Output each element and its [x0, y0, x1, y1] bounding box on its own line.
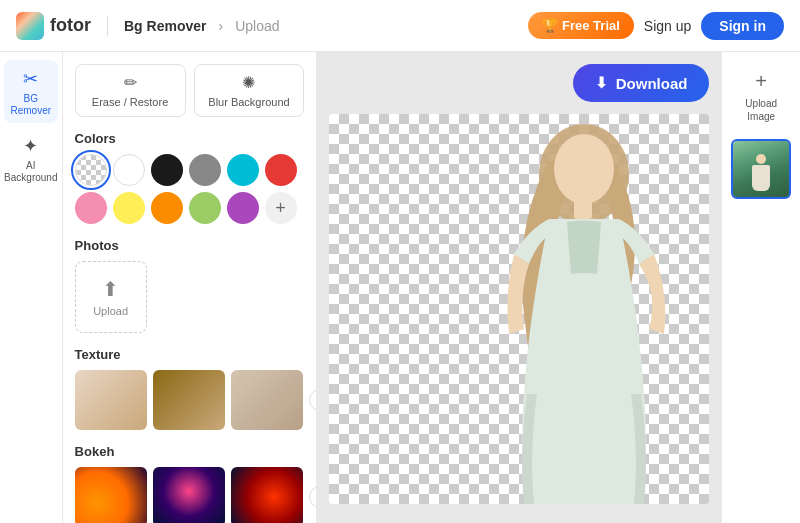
brush-icon: ✏ — [124, 73, 137, 92]
right-sidebar: + Upload Image — [721, 52, 800, 523]
erase-restore-label: Erase / Restore — [92, 96, 168, 108]
woman-figure-svg — [329, 114, 709, 504]
breadcrumb-sep: › — [218, 18, 223, 34]
fotor-logo-text: fotor — [50, 15, 91, 36]
color-cyan[interactable] — [227, 154, 259, 186]
plus-icon: + — [755, 70, 767, 93]
svg-rect-2 — [574, 199, 592, 219]
color-plus[interactable]: + — [265, 192, 297, 224]
blur-background-tool[interactable]: ✺ Blur Background — [194, 64, 305, 117]
bokeh-thumbnail-2[interactable] — [153, 467, 225, 523]
sidebar-item-ai-background[interactable]: ✦ AIBackground — [4, 127, 58, 190]
color-white[interactable] — [113, 154, 145, 186]
signup-button[interactable]: Sign up — [644, 18, 691, 34]
colors-grid: + — [75, 154, 305, 224]
color-red[interactable] — [265, 154, 297, 186]
thumb-woman-figure — [752, 154, 770, 192]
erase-restore-tool[interactable]: ✏ Erase / Restore — [75, 64, 186, 117]
download-icon: ⬇ — [595, 74, 608, 92]
tools-sidebar: ✂ BGRemover ✦ AIBackground — [0, 52, 63, 523]
bokeh-thumbnail-1[interactable] — [75, 467, 147, 523]
texture-thumbnail-1[interactable] — [75, 370, 147, 430]
header-divider — [107, 16, 108, 36]
upload-icon: ⬆ — [102, 277, 119, 301]
scissors-icon: ✂ — [23, 68, 38, 90]
download-label: Download — [616, 75, 688, 92]
sub-tools: ✏ Erase / Restore ✺ Blur Background — [75, 64, 305, 117]
photos-upload-box[interactable]: ⬆ Upload — [75, 261, 147, 333]
free-trial-button[interactable]: 🏆 Free Trial — [528, 12, 633, 39]
header-right: 🏆 Free Trial Sign up Sign in — [528, 12, 784, 40]
texture-chevron-next[interactable]: › — [309, 389, 318, 411]
bg-remover-label: BGRemover — [11, 93, 52, 117]
fotor-logo[interactable]: fotor — [16, 12, 91, 40]
upload-image-label: Upload Image — [736, 97, 786, 123]
color-black[interactable] — [151, 154, 183, 186]
signin-button[interactable]: Sign in — [701, 12, 784, 40]
colors-title: Colors — [75, 131, 305, 146]
fotor-logo-icon — [16, 12, 44, 40]
ai-background-icon: ✦ — [23, 135, 38, 157]
thumb-dress — [752, 165, 770, 191]
panel: ✏ Erase / Restore ✺ Blur Background Colo… — [63, 52, 318, 523]
header: fotor Bg Remover › Upload 🏆 Free Trial S… — [0, 0, 800, 52]
color-purple[interactable] — [227, 192, 259, 224]
blur-icon: ✺ — [242, 73, 255, 92]
ai-background-label: AIBackground — [4, 160, 57, 184]
upload-label: Upload — [93, 305, 128, 317]
bokeh-row: › — [75, 467, 305, 523]
color-yellow[interactable] — [113, 192, 145, 224]
breadcrumb-title: Bg Remover — [124, 18, 206, 34]
texture-title: Texture — [75, 347, 305, 362]
color-pink[interactable] — [75, 192, 107, 224]
image-thumbnail[interactable] — [731, 139, 791, 199]
download-button[interactable]: ⬇ Download — [573, 64, 710, 102]
texture-thumbnail-3[interactable] — [231, 370, 303, 430]
color-green[interactable] — [189, 192, 221, 224]
photos-title: Photos — [75, 238, 305, 253]
svg-point-1 — [554, 134, 614, 204]
bokeh-title: Bokeh — [75, 444, 305, 459]
main: ✂ BGRemover ✦ AIBackground ✏ Erase / Res… — [0, 52, 800, 523]
canvas-toolbar: ⬇ Download — [329, 64, 709, 102]
canvas-frame — [329, 114, 709, 504]
upload-image-button[interactable]: + Upload Image — [730, 64, 792, 129]
texture-thumbnail-2[interactable] — [153, 370, 225, 430]
image-thumb-preview — [733, 141, 789, 197]
header-left: fotor Bg Remover › Upload — [16, 12, 280, 40]
color-orange[interactable] — [151, 192, 183, 224]
bokeh-thumbnail-3[interactable] — [231, 467, 303, 523]
thumb-head — [756, 154, 766, 164]
sidebar-item-bg-remover[interactable]: ✂ BGRemover — [4, 60, 58, 123]
canvas-area: ⬇ Download — [317, 52, 721, 523]
color-transparent[interactable] — [75, 154, 107, 186]
breadcrumb-sub: Upload — [235, 18, 279, 34]
bokeh-chevron-next[interactable]: › — [309, 486, 318, 508]
texture-row: › — [75, 370, 305, 430]
blur-background-label: Blur Background — [208, 96, 289, 108]
color-gray[interactable] — [189, 154, 221, 186]
